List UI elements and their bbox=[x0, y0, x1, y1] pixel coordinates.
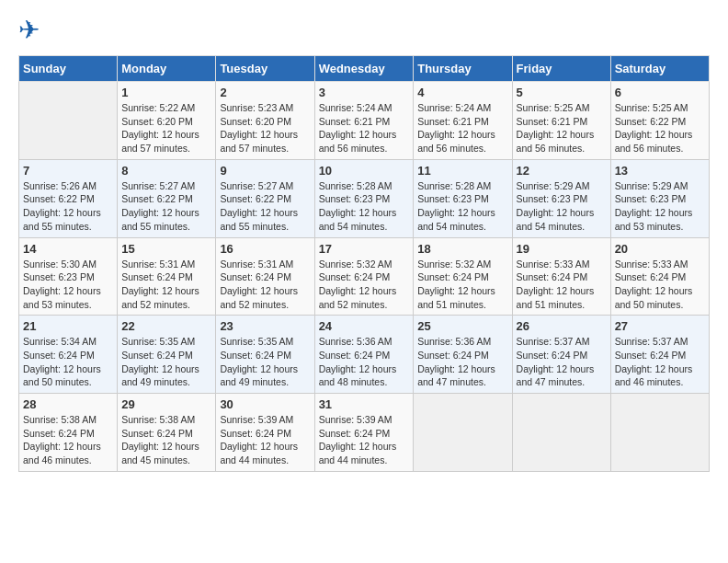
calendar-cell: 15Sunrise: 5:31 AMSunset: 6:24 PMDayligh… bbox=[118, 237, 216, 316]
logo-icon: ✈ bbox=[18, 18, 46, 46]
calendar-cell: 21Sunrise: 5:34 AMSunset: 6:24 PMDayligh… bbox=[19, 316, 118, 394]
day-number: 11 bbox=[417, 164, 507, 178]
day-info: Sunrise: 5:25 AMSunset: 6:21 PMDaylight:… bbox=[517, 101, 607, 155]
calendar-cell: 28Sunrise: 5:38 AMSunset: 6:24 PMDayligh… bbox=[19, 394, 118, 472]
day-number: 5 bbox=[517, 86, 607, 99]
day-info: Sunrise: 5:37 AMSunset: 6:24 PMDaylight:… bbox=[517, 335, 607, 389]
day-number: 10 bbox=[319, 164, 410, 178]
day-header-thursday: Thursday bbox=[414, 56, 512, 82]
day-number: 24 bbox=[319, 319, 410, 333]
day-info: Sunrise: 5:36 AMSunset: 6:24 PMDaylight:… bbox=[417, 335, 507, 389]
calendar-cell: 3Sunrise: 5:24 AMSunset: 6:21 PMDaylight… bbox=[314, 82, 414, 160]
days-header-row: SundayMondayTuesdayWednesdayThursdayFrid… bbox=[19, 56, 710, 82]
calendar-cell: 2Sunrise: 5:23 AMSunset: 6:20 PMDaylight… bbox=[216, 82, 314, 160]
day-header-tuesday: Tuesday bbox=[216, 56, 314, 82]
calendar-cell: 22Sunrise: 5:35 AMSunset: 6:24 PMDayligh… bbox=[118, 316, 216, 394]
day-number: 14 bbox=[23, 242, 113, 256]
calendar-cell: 29Sunrise: 5:38 AMSunset: 6:24 PMDayligh… bbox=[118, 394, 216, 472]
day-info: Sunrise: 5:24 AMSunset: 6:21 PMDaylight:… bbox=[417, 101, 507, 155]
day-header-sunday: Sunday bbox=[19, 56, 118, 82]
day-number: 2 bbox=[220, 86, 310, 99]
calendar-cell: 17Sunrise: 5:32 AMSunset: 6:24 PMDayligh… bbox=[314, 237, 414, 316]
day-info: Sunrise: 5:35 AMSunset: 6:24 PMDaylight:… bbox=[121, 335, 211, 389]
day-header-saturday: Saturday bbox=[610, 56, 709, 82]
day-info: Sunrise: 5:27 AMSunset: 6:22 PMDaylight:… bbox=[220, 179, 310, 234]
day-info: Sunrise: 5:28 AMSunset: 6:23 PMDaylight:… bbox=[319, 179, 410, 234]
day-info: Sunrise: 5:39 AMSunset: 6:24 PMDaylight:… bbox=[319, 413, 410, 467]
calendar-table: SundayMondayTuesdayWednesdayThursdayFrid… bbox=[18, 55, 710, 472]
calendar-cell: 1Sunrise: 5:22 AMSunset: 6:20 PMDaylight… bbox=[118, 82, 216, 160]
calendar-cell: 6Sunrise: 5:25 AMSunset: 6:22 PMDaylight… bbox=[610, 82, 709, 160]
calendar-cell: 10Sunrise: 5:28 AMSunset: 6:23 PMDayligh… bbox=[314, 159, 414, 237]
day-number: 19 bbox=[517, 242, 607, 256]
calendar-cell: 24Sunrise: 5:36 AMSunset: 6:24 PMDayligh… bbox=[314, 316, 414, 394]
day-info: Sunrise: 5:39 AMSunset: 6:24 PMDaylight:… bbox=[220, 413, 310, 467]
calendar-cell bbox=[19, 82, 118, 160]
day-number: 13 bbox=[615, 164, 705, 178]
day-info: Sunrise: 5:30 AMSunset: 6:23 PMDaylight:… bbox=[23, 258, 113, 312]
day-number: 26 bbox=[517, 319, 607, 333]
calendar-cell: 18Sunrise: 5:32 AMSunset: 6:24 PMDayligh… bbox=[414, 237, 512, 316]
day-number: 25 bbox=[417, 319, 507, 333]
day-number: 6 bbox=[615, 86, 705, 99]
day-number: 12 bbox=[517, 164, 607, 178]
day-number: 15 bbox=[121, 242, 211, 256]
calendar-cell bbox=[610, 394, 709, 472]
calendar-cell: 8Sunrise: 5:27 AMSunset: 6:22 PMDaylight… bbox=[118, 159, 216, 237]
calendar-cell bbox=[414, 394, 512, 472]
day-info: Sunrise: 5:32 AMSunset: 6:24 PMDaylight:… bbox=[319, 258, 410, 312]
day-info: Sunrise: 5:24 AMSunset: 6:21 PMDaylight:… bbox=[319, 101, 410, 155]
calendar-cell: 4Sunrise: 5:24 AMSunset: 6:21 PMDaylight… bbox=[414, 82, 512, 160]
day-info: Sunrise: 5:34 AMSunset: 6:24 PMDaylight:… bbox=[23, 335, 113, 389]
calendar-cell: 31Sunrise: 5:39 AMSunset: 6:24 PMDayligh… bbox=[314, 394, 414, 472]
day-header-friday: Friday bbox=[512, 56, 610, 82]
calendar-cell: 14Sunrise: 5:30 AMSunset: 6:23 PMDayligh… bbox=[19, 237, 118, 316]
day-number: 3 bbox=[319, 86, 410, 99]
day-number: 9 bbox=[220, 164, 310, 178]
week-row-1: 1Sunrise: 5:22 AMSunset: 6:20 PMDaylight… bbox=[19, 82, 710, 160]
day-number: 23 bbox=[220, 319, 310, 333]
calendar-cell: 30Sunrise: 5:39 AMSunset: 6:24 PMDayligh… bbox=[216, 394, 314, 472]
week-row-2: 7Sunrise: 5:26 AMSunset: 6:22 PMDaylight… bbox=[19, 159, 710, 237]
calendar-cell: 16Sunrise: 5:31 AMSunset: 6:24 PMDayligh… bbox=[216, 237, 314, 316]
calendar-cell bbox=[512, 394, 610, 472]
day-number: 4 bbox=[417, 86, 507, 99]
day-number: 16 bbox=[220, 242, 310, 256]
day-info: Sunrise: 5:29 AMSunset: 6:23 PMDaylight:… bbox=[517, 179, 607, 234]
day-header-monday: Monday bbox=[118, 56, 216, 82]
day-info: Sunrise: 5:31 AMSunset: 6:24 PMDaylight:… bbox=[121, 258, 211, 312]
week-row-5: 28Sunrise: 5:38 AMSunset: 6:24 PMDayligh… bbox=[19, 394, 710, 472]
svg-text:✈: ✈ bbox=[18, 18, 40, 44]
day-number: 29 bbox=[121, 397, 211, 411]
calendar-cell: 13Sunrise: 5:29 AMSunset: 6:23 PMDayligh… bbox=[610, 159, 709, 237]
day-info: Sunrise: 5:32 AMSunset: 6:24 PMDaylight:… bbox=[417, 258, 507, 312]
day-info: Sunrise: 5:26 AMSunset: 6:22 PMDaylight:… bbox=[23, 179, 113, 234]
calendar-cell: 25Sunrise: 5:36 AMSunset: 6:24 PMDayligh… bbox=[414, 316, 512, 394]
day-info: Sunrise: 5:29 AMSunset: 6:23 PMDaylight:… bbox=[615, 179, 705, 234]
day-info: Sunrise: 5:37 AMSunset: 6:24 PMDaylight:… bbox=[615, 335, 705, 389]
day-number: 30 bbox=[220, 397, 310, 411]
day-info: Sunrise: 5:28 AMSunset: 6:23 PMDaylight:… bbox=[417, 179, 507, 234]
day-info: Sunrise: 5:22 AMSunset: 6:20 PMDaylight:… bbox=[121, 101, 211, 155]
day-number: 22 bbox=[121, 319, 211, 333]
day-info: Sunrise: 5:33 AMSunset: 6:24 PMDaylight:… bbox=[615, 258, 705, 312]
day-number: 28 bbox=[23, 397, 113, 411]
calendar-cell: 20Sunrise: 5:33 AMSunset: 6:24 PMDayligh… bbox=[610, 237, 709, 316]
day-number: 8 bbox=[121, 164, 211, 178]
day-number: 7 bbox=[23, 164, 113, 178]
day-number: 18 bbox=[417, 242, 507, 256]
day-number: 1 bbox=[121, 86, 211, 99]
calendar-cell: 12Sunrise: 5:29 AMSunset: 6:23 PMDayligh… bbox=[512, 159, 610, 237]
calendar-cell: 5Sunrise: 5:25 AMSunset: 6:21 PMDaylight… bbox=[512, 82, 610, 160]
calendar-cell: 9Sunrise: 5:27 AMSunset: 6:22 PMDaylight… bbox=[216, 159, 314, 237]
day-info: Sunrise: 5:25 AMSunset: 6:22 PMDaylight:… bbox=[615, 101, 705, 155]
day-info: Sunrise: 5:33 AMSunset: 6:24 PMDaylight:… bbox=[517, 258, 607, 312]
calendar-cell: 26Sunrise: 5:37 AMSunset: 6:24 PMDayligh… bbox=[512, 316, 610, 394]
day-info: Sunrise: 5:38 AMSunset: 6:24 PMDaylight:… bbox=[121, 413, 211, 467]
day-number: 21 bbox=[23, 319, 113, 333]
calendar-cell: 11Sunrise: 5:28 AMSunset: 6:23 PMDayligh… bbox=[414, 159, 512, 237]
week-row-4: 21Sunrise: 5:34 AMSunset: 6:24 PMDayligh… bbox=[19, 316, 710, 394]
logo: ✈ bbox=[18, 18, 50, 46]
day-info: Sunrise: 5:23 AMSunset: 6:20 PMDaylight:… bbox=[220, 101, 310, 155]
day-info: Sunrise: 5:36 AMSunset: 6:24 PMDaylight:… bbox=[319, 335, 410, 389]
